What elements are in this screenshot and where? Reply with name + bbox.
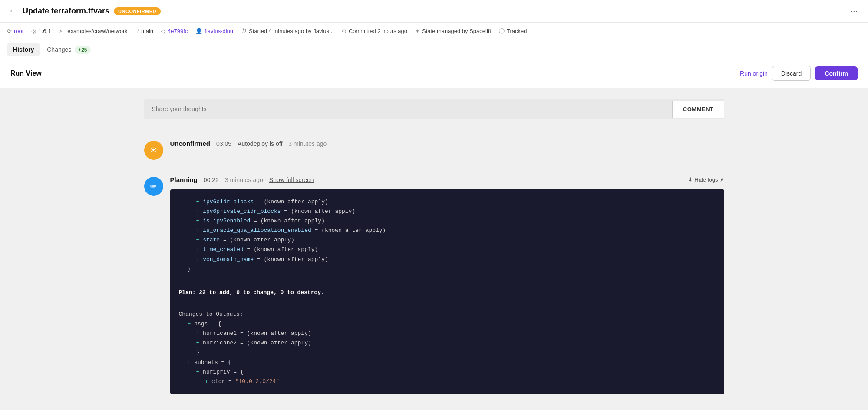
branch-icon: ⑂ (135, 28, 139, 34)
fullscreen-link[interactable]: Show full screen (269, 176, 314, 183)
tab-changes[interactable]: Changes +25 (41, 43, 96, 56)
back-button[interactable]: ← (7, 7, 18, 16)
pencil-icon: ✏ (150, 182, 157, 191)
tracked-label: Tracked (507, 28, 527, 34)
root-icon: ⟳ (7, 28, 12, 34)
unconfirmed-content: Unconfirmed 03:05 Autodeploy is off 3 mi… (170, 140, 724, 147)
code-line: + is_oracle_gua_allocation_enabled = (kn… (179, 226, 716, 235)
unconfirmed-icon: 👁 (144, 141, 163, 160)
path-label: examples/crawl/network (67, 28, 128, 34)
status-badge: UNCONFIRMED (114, 7, 161, 15)
run-view-actions: Run origin Discard Confirm (740, 66, 858, 81)
code-line: + cidr = "10.0.2.0/24" (179, 377, 716, 387)
code-line: + subnets = { (179, 358, 716, 367)
root-link[interactable]: root (14, 28, 23, 34)
meta-branch: ⑂ main (135, 28, 153, 34)
planning-duration: 00:22 (204, 176, 219, 183)
code-line: + hur1priv = { (179, 367, 716, 377)
code-line: + time_created = (known after apply) (179, 245, 716, 255)
timeline-item-planning: ✏ Planning 00:22 3 minutes ago Show full… (144, 168, 724, 402)
code-terminal: + ipv6cidr_blocks = (known after apply) … (170, 189, 724, 394)
version-icon: ◎ (31, 28, 36, 34)
unconfirmed-duration: 03:05 (216, 140, 231, 147)
changes-badge: +25 (75, 46, 90, 54)
timeline: 👁 Unconfirmed 03:05 Autodeploy is off 3 … (144, 132, 724, 402)
planning-label: Planning (170, 176, 198, 183)
chevron-up-icon: ∧ (720, 176, 724, 183)
state-icon: ✦ (415, 28, 420, 34)
discard-button[interactable]: Discard (772, 66, 811, 81)
meta-committed: ⊙ Committed 2 hours ago (342, 28, 407, 34)
meta-tracked: ⓘ Tracked (499, 27, 527, 35)
started-label: Started 4 minutes ago by flavius... (249, 28, 334, 34)
meta-started: ⏱ Started 4 minutes ago by flavius... (241, 28, 334, 34)
code-line: + state = (known after apply) (179, 235, 716, 245)
tab-changes-label: Changes (47, 46, 71, 53)
code-line: } (179, 265, 716, 274)
eye-icon: 👁 (150, 146, 158, 155)
run-view-header: Run View Run origin Discard Confirm (0, 59, 868, 88)
tabs-bar: History Changes +25 (0, 40, 868, 59)
run-origin-button[interactable]: Run origin (740, 70, 768, 77)
unconfirmed-header: Unconfirmed 03:05 Autodeploy is off 3 mi… (170, 140, 724, 147)
plan-summary-line: Plan: 22 to add, 0 to change, 0 to destr… (179, 288, 716, 298)
content-area: COMMENT 👁 Unconfirmed 03:05 Autodeploy i… (130, 88, 738, 410)
path-icon: >_ (59, 28, 65, 34)
comment-button[interactable]: COMMENT (672, 101, 724, 118)
meta-user: 👤 flavius-dinu (195, 28, 233, 34)
meta-commit: ◇ 4e799fc (161, 28, 188, 34)
hide-logs-label: Hide logs (694, 176, 718, 183)
branch-label: main (141, 28, 153, 34)
user-link[interactable]: flavius-dinu (205, 28, 233, 34)
planning-header: Planning 00:22 3 minutes ago Show full s… (170, 176, 724, 183)
confirm-button[interactable]: Confirm (815, 66, 858, 80)
state-label: State managed by Spacelift (422, 28, 491, 34)
code-line: } (179, 348, 716, 357)
user-icon: 👤 (195, 28, 202, 34)
committed-label: Committed 2 hours ago (349, 28, 407, 34)
version-label: 1.6.1 (38, 28, 51, 34)
code-line: Changes to Outputs: (179, 310, 716, 319)
committed-icon: ⊙ (342, 28, 347, 34)
meta-version: ◎ 1.6.1 (31, 28, 51, 34)
code-line: + vcn_domain_name = (known after apply) (179, 255, 716, 265)
tab-history[interactable]: History (7, 43, 40, 56)
comment-box: COMMENT (144, 99, 724, 119)
meta-root: ⟳ root (7, 28, 23, 34)
run-view-title: Run View (10, 69, 42, 77)
code-line: + nsgs = { (179, 319, 716, 329)
unconfirmed-time: 3 minutes ago (288, 140, 327, 147)
page-title: Update terraform.tfvars (23, 7, 109, 16)
planning-time: 3 minutes ago (225, 176, 263, 183)
code-line: + is_ipv6enabled = (known after apply) (179, 216, 716, 226)
commit-icon: ◇ (161, 28, 165, 34)
code-line: + hurricane2 = (known after apply) (179, 338, 716, 348)
tracked-icon: ⓘ (499, 27, 505, 35)
meta-state: ✦ State managed by Spacelift (415, 28, 491, 34)
code-line: + ipv6private_cidr_blocks = (known after… (179, 207, 716, 216)
unconfirmed-label: Unconfirmed (170, 140, 211, 147)
more-menu-button[interactable]: ··· (847, 6, 861, 16)
meta-bar: ⟳ root ◎ 1.6.1 >_ examples/crawl/network… (0, 23, 868, 40)
timeline-item-unconfirmed: 👁 Unconfirmed 03:05 Autodeploy is off 3 … (144, 132, 724, 168)
meta-path: >_ examples/crawl/network (59, 28, 128, 34)
planning-icon: ✏ (144, 177, 163, 196)
commit-link[interactable]: 4e799fc (168, 28, 188, 34)
main-content: COMMENT 👁 Unconfirmed 03:05 Autodeploy i… (0, 88, 868, 410)
download-icon: ⬇ (688, 176, 693, 183)
comment-input[interactable] (144, 99, 672, 119)
clock-icon: ⏱ (241, 28, 247, 34)
code-line: + ipv6cidr_blocks = (known after apply) (179, 197, 716, 207)
top-bar: ← Update terraform.tfvars UNCONFIRMED ··… (0, 0, 868, 23)
hide-logs-button[interactable]: ⬇ Hide logs ∧ (688, 176, 724, 183)
code-line: + hurricane1 = (known after apply) (179, 329, 716, 338)
planning-content: Planning 00:22 3 minutes ago Show full s… (170, 176, 724, 394)
unconfirmed-autodeploy: Autodeploy is off (238, 140, 282, 147)
